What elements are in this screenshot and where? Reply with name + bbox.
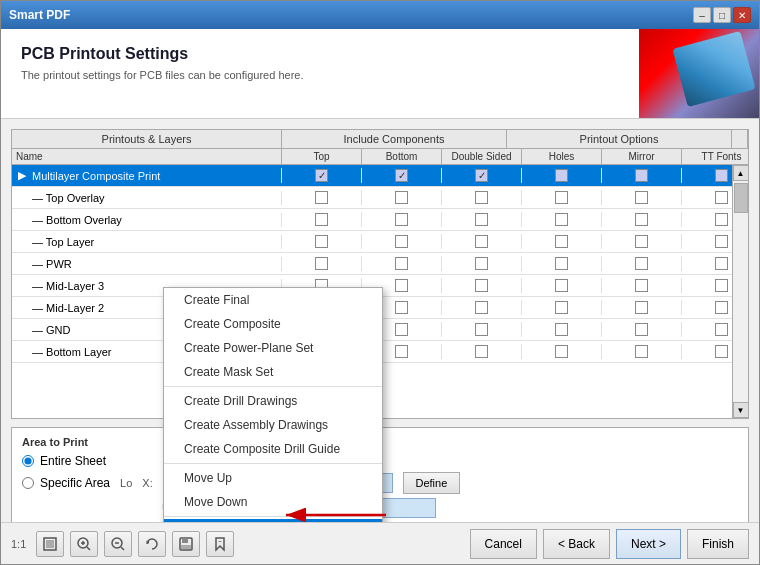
cell-mirror[interactable] <box>602 278 682 293</box>
header-banner: PCB Printout Settings The printout setti… <box>1 29 759 119</box>
cell-double[interactable] <box>442 234 522 249</box>
col-group-name: Printouts & Layers <box>12 130 282 148</box>
cell-double[interactable] <box>442 212 522 227</box>
col-group-options: Printout Options <box>507 130 732 148</box>
svg-rect-3 <box>46 540 54 548</box>
menu-item-insert-printout[interactable]: Insert Printout <box>164 519 382 522</box>
cell-mirror[interactable] <box>602 190 682 205</box>
main-window: Smart PDF – □ ✕ PCB Printout Settings Th… <box>0 0 760 565</box>
cell-bottom[interactable] <box>362 212 442 227</box>
scroll-down-arrow[interactable]: ▼ <box>733 402 749 418</box>
menu-item-create-power-plane[interactable]: Create Power-Plane Set <box>164 336 382 360</box>
cell-name: — PWR <box>12 257 282 271</box>
subcol-name: Name <box>12 149 282 164</box>
cell-top[interactable] <box>282 190 362 205</box>
scroll-up-arrow[interactable]: ▲ <box>733 165 749 181</box>
bookmark-button[interactable] <box>206 531 234 557</box>
x-label-1: X: <box>142 477 152 489</box>
cell-top[interactable] <box>282 212 362 227</box>
menu-item-move-up[interactable]: Move Up <box>164 466 382 490</box>
table-row[interactable]: — Bottom Overlay <box>12 209 748 231</box>
cell-name: ▶ Multilayer Composite Print <box>12 168 282 183</box>
rotate-button[interactable] <box>138 531 166 557</box>
cell-bottom[interactable] <box>362 256 442 271</box>
main-content: Printouts & Layers Include Components Pr… <box>1 119 759 522</box>
title-bar: Smart PDF – □ ✕ <box>1 1 759 29</box>
menu-item-create-composite[interactable]: Create Composite <box>164 312 382 336</box>
radio-specific-area-label: Specific Area <box>40 476 110 490</box>
menu-item-create-assembly[interactable]: Create Assembly Drawings <box>164 413 382 437</box>
fit-page-button[interactable] <box>36 531 64 557</box>
page-subtitle: The printout settings for PCB files can … <box>21 69 619 81</box>
table-row[interactable]: — PWR <box>12 253 748 275</box>
minimize-button[interactable]: – <box>693 7 711 23</box>
cell-mirror[interactable] <box>602 322 682 337</box>
cell-holes[interactable] <box>522 256 602 271</box>
cell-holes[interactable] <box>522 278 602 293</box>
cell-mirror[interactable] <box>602 234 682 249</box>
scrollbar-thumb[interactable] <box>734 183 748 213</box>
cell-mirror[interactable] <box>602 256 682 271</box>
back-button[interactable]: < Back <box>543 529 610 559</box>
subcol-mirror: Mirror <box>602 149 682 164</box>
cell-bottom[interactable] <box>362 190 442 205</box>
cell-holes[interactable] <box>522 212 602 227</box>
cell-bottom[interactable] <box>362 168 442 183</box>
cell-holes[interactable] <box>522 234 602 249</box>
cell-holes[interactable] <box>522 300 602 315</box>
table-scrollbar[interactable]: ▲ ▼ <box>732 165 748 418</box>
svg-line-7 <box>87 547 90 550</box>
cell-mirror[interactable] <box>602 344 682 359</box>
cancel-button[interactable]: Cancel <box>470 529 537 559</box>
cell-double[interactable] <box>442 344 522 359</box>
scroll-placeholder <box>732 130 748 148</box>
cell-mirror[interactable] <box>602 300 682 315</box>
radio-specific-area[interactable]: Specific Area <box>22 476 110 490</box>
cell-top[interactable] <box>282 168 362 183</box>
menu-separator-2 <box>164 463 382 464</box>
menu-separator-3 <box>164 516 382 517</box>
cell-holes[interactable] <box>522 322 602 337</box>
menu-item-create-composite-drill[interactable]: Create Composite Drill Guide <box>164 437 382 461</box>
menu-item-create-mask[interactable]: Create Mask Set <box>164 360 382 384</box>
cell-double[interactable] <box>442 278 522 293</box>
svg-marker-15 <box>216 538 224 550</box>
cell-mirror[interactable] <box>602 212 682 227</box>
table-row[interactable]: ▶ Multilayer Composite Print <box>12 165 748 187</box>
define-button[interactable]: Define <box>403 472 461 494</box>
menu-separator-1 <box>164 386 382 387</box>
zoom-in-button[interactable] <box>70 531 98 557</box>
table-row[interactable]: — Top Layer <box>12 231 748 253</box>
cell-name: — Top Layer <box>12 235 282 249</box>
radio-specific-area-input[interactable] <box>22 477 34 489</box>
save-button[interactable] <box>172 531 200 557</box>
cell-top[interactable] <box>282 256 362 271</box>
cell-double[interactable] <box>442 256 522 271</box>
table-row[interactable]: — Top Overlay <box>12 187 748 209</box>
cell-double[interactable] <box>442 190 522 205</box>
maximize-button[interactable]: □ <box>713 7 731 23</box>
zoom-out-button[interactable] <box>104 531 132 557</box>
cell-top[interactable] <box>282 234 362 249</box>
svg-rect-13 <box>182 538 188 543</box>
finish-button[interactable]: Finish <box>687 529 749 559</box>
cell-bottom[interactable] <box>362 234 442 249</box>
menu-item-create-drill[interactable]: Create Drill Drawings <box>164 389 382 413</box>
table-sub-headers: Name Top Bottom Double Sided Holes Mirro… <box>12 149 748 165</box>
cell-holes[interactable] <box>522 168 602 183</box>
radio-entire-sheet-label: Entire Sheet <box>40 454 106 468</box>
close-button[interactable]: ✕ <box>733 7 751 23</box>
radio-entire-sheet-input[interactable] <box>22 455 34 467</box>
cell-double[interactable] <box>442 300 522 315</box>
subcol-double: Double Sided <box>442 149 522 164</box>
menu-item-create-final[interactable]: Create Final <box>164 288 382 312</box>
cell-holes[interactable] <box>522 190 602 205</box>
cell-double[interactable] <box>442 168 522 183</box>
next-button[interactable]: Next > <box>616 529 681 559</box>
cell-double[interactable] <box>442 322 522 337</box>
cell-holes[interactable] <box>522 344 602 359</box>
cell-mirror[interactable] <box>602 168 682 183</box>
menu-item-move-down[interactable]: Move Down <box>164 490 382 514</box>
subcol-top: Top <box>282 149 362 164</box>
lower-left-label: Lo <box>120 477 132 489</box>
